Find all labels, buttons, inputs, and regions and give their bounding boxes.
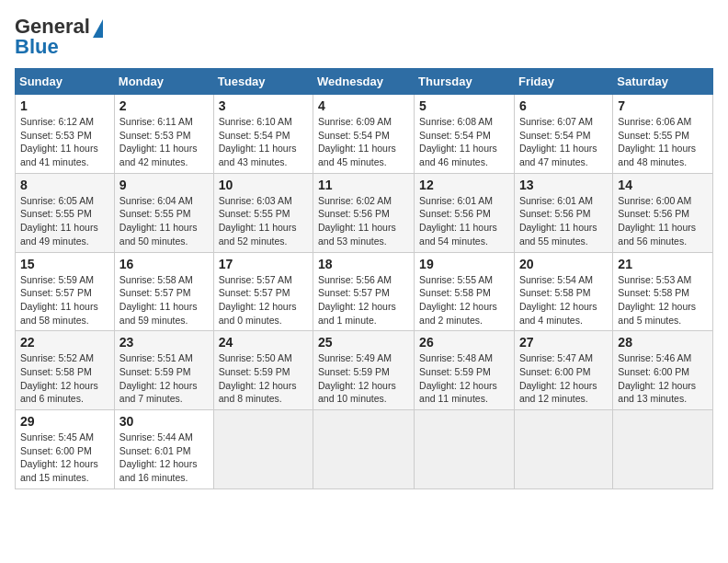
header-thursday: Thursday [415,69,515,95]
calendar-cell: 2Sunrise: 6:11 AMSunset: 5:53 PMDaylight… [114,95,213,174]
day-number: 19 [419,257,509,271]
day-info: Sunrise: 6:05 AMSunset: 5:55 PMDaylight:… [20,194,109,248]
calendar-cell: 3Sunrise: 6:10 AMSunset: 5:54 PMDaylight… [213,95,313,174]
calendar-cell: 25Sunrise: 5:49 AMSunset: 5:59 PMDayligh… [313,331,415,410]
day-info: Sunrise: 6:03 AMSunset: 5:55 PMDaylight:… [219,194,308,248]
calendar-cell [213,410,313,489]
calendar-table: SundayMondayTuesdayWednesdayThursdayFrid… [15,68,713,489]
calendar-cell: 16Sunrise: 5:58 AMSunset: 5:57 PMDayligh… [114,252,213,331]
header-monday: Monday [114,69,213,95]
day-info: Sunrise: 6:10 AMSunset: 5:54 PMDaylight:… [219,115,308,169]
calendar-cell: 14Sunrise: 6:00 AMSunset: 5:56 PMDayligh… [613,173,713,252]
header-tuesday: Tuesday [213,69,313,95]
calendar-cell [415,410,515,489]
calendar-cell: 10Sunrise: 6:03 AMSunset: 5:55 PMDayligh… [213,173,313,252]
calendar-cell: 24Sunrise: 5:50 AMSunset: 5:59 PMDayligh… [213,331,313,410]
header-wednesday: Wednesday [313,69,415,95]
day-info: Sunrise: 6:08 AMSunset: 5:54 PMDaylight:… [419,115,509,169]
day-number: 29 [20,414,109,429]
day-info: Sunrise: 6:12 AMSunset: 5:53 PMDaylight:… [20,115,109,169]
page-header: General Blue [15,15,713,59]
day-info: Sunrise: 5:47 AMSunset: 6:00 PMDaylight:… [519,351,608,406]
header-sunday: Sunday [16,69,115,95]
day-number: 5 [419,98,509,113]
calendar-cell: 4Sunrise: 6:09 AMSunset: 5:54 PMDaylight… [313,95,415,174]
calendar-cell: 15Sunrise: 5:59 AMSunset: 5:57 PMDayligh… [16,252,115,331]
day-info: Sunrise: 5:48 AMSunset: 5:59 PMDaylight:… [419,351,509,406]
logo-text-blue: Blue [15,35,59,59]
day-number: 18 [318,257,409,271]
day-info: Sunrise: 5:53 AMSunset: 5:58 PMDaylight:… [618,273,708,327]
calendar-cell: 11Sunrise: 6:02 AMSunset: 5:56 PMDayligh… [313,173,415,252]
calendar-week-5: 29Sunrise: 5:45 AMSunset: 6:00 PMDayligh… [16,410,713,489]
calendar-cell: 27Sunrise: 5:47 AMSunset: 6:00 PMDayligh… [514,331,612,410]
header-friday: Friday [514,69,612,95]
calendar-cell: 30Sunrise: 5:44 AMSunset: 6:01 PMDayligh… [114,410,213,489]
calendar-header-row: SundayMondayTuesdayWednesdayThursdayFrid… [16,69,713,95]
day-number: 2 [119,98,209,113]
calendar-cell: 22Sunrise: 5:52 AMSunset: 5:58 PMDayligh… [16,331,115,410]
day-number: 13 [519,178,608,192]
day-number: 3 [219,98,308,113]
calendar-week-1: 1Sunrise: 6:12 AMSunset: 5:53 PMDaylight… [16,95,713,174]
day-info: Sunrise: 6:07 AMSunset: 5:54 PMDaylight:… [519,115,608,169]
day-info: Sunrise: 5:54 AMSunset: 5:58 PMDaylight:… [519,273,608,327]
day-number: 11 [318,178,409,192]
calendar-cell: 21Sunrise: 5:53 AMSunset: 5:58 PMDayligh… [613,252,713,331]
day-number: 10 [219,178,308,192]
day-info: Sunrise: 5:57 AMSunset: 5:57 PMDaylight:… [219,273,308,327]
day-info: Sunrise: 5:51 AMSunset: 5:59 PMDaylight:… [119,351,209,406]
day-number: 24 [219,335,308,350]
day-info: Sunrise: 5:58 AMSunset: 5:57 PMDaylight:… [119,273,209,327]
calendar-cell: 1Sunrise: 6:12 AMSunset: 5:53 PMDaylight… [16,95,115,174]
day-info: Sunrise: 5:56 AMSunset: 5:57 PMDaylight:… [318,273,409,327]
calendar-cell: 26Sunrise: 5:48 AMSunset: 5:59 PMDayligh… [415,331,515,410]
calendar-cell: 29Sunrise: 5:45 AMSunset: 6:00 PMDayligh… [16,410,115,489]
day-number: 6 [519,98,608,113]
calendar-cell: 9Sunrise: 6:04 AMSunset: 5:55 PMDaylight… [114,173,213,252]
calendar-week-2: 8Sunrise: 6:05 AMSunset: 5:55 PMDaylight… [16,173,713,252]
day-info: Sunrise: 6:06 AMSunset: 5:55 PMDaylight:… [618,115,708,169]
calendar-cell [313,410,415,489]
day-number: 23 [119,335,209,350]
calendar-week-3: 15Sunrise: 5:59 AMSunset: 5:57 PMDayligh… [16,252,713,331]
calendar-cell: 20Sunrise: 5:54 AMSunset: 5:58 PMDayligh… [514,252,612,331]
calendar-cell: 19Sunrise: 5:55 AMSunset: 5:58 PMDayligh… [415,252,515,331]
day-number: 4 [318,98,409,113]
calendar-cell: 8Sunrise: 6:05 AMSunset: 5:55 PMDaylight… [16,173,115,252]
day-number: 30 [119,414,209,429]
day-number: 27 [519,335,608,350]
day-number: 14 [618,178,708,192]
day-info: Sunrise: 6:01 AMSunset: 5:56 PMDaylight:… [519,194,608,248]
calendar-cell [613,410,713,489]
day-info: Sunrise: 6:11 AMSunset: 5:53 PMDaylight:… [119,115,209,169]
day-info: Sunrise: 6:04 AMSunset: 5:55 PMDaylight:… [119,194,209,248]
logo-triangle-icon [93,19,103,38]
calendar-cell: 5Sunrise: 6:08 AMSunset: 5:54 PMDaylight… [415,95,515,174]
calendar-cell: 18Sunrise: 5:56 AMSunset: 5:57 PMDayligh… [313,252,415,331]
calendar-week-4: 22Sunrise: 5:52 AMSunset: 5:58 PMDayligh… [16,331,713,410]
day-number: 17 [219,257,308,271]
day-number: 16 [119,257,209,271]
day-info: Sunrise: 5:46 AMSunset: 6:00 PMDaylight:… [618,351,708,406]
header-saturday: Saturday [613,69,713,95]
day-info: Sunrise: 6:00 AMSunset: 5:56 PMDaylight:… [618,194,708,248]
calendar-cell: 7Sunrise: 6:06 AMSunset: 5:55 PMDaylight… [613,95,713,174]
day-number: 22 [20,335,109,350]
day-number: 7 [618,98,708,113]
calendar-cell: 12Sunrise: 6:01 AMSunset: 5:56 PMDayligh… [415,173,515,252]
day-number: 20 [519,257,608,271]
calendar-cell [514,410,612,489]
day-number: 15 [20,257,109,271]
day-info: Sunrise: 6:01 AMSunset: 5:56 PMDaylight:… [419,194,509,248]
day-info: Sunrise: 6:02 AMSunset: 5:56 PMDaylight:… [318,194,409,248]
day-number: 12 [419,178,509,192]
day-number: 26 [419,335,509,350]
calendar-cell: 13Sunrise: 6:01 AMSunset: 5:56 PMDayligh… [514,173,612,252]
day-info: Sunrise: 5:50 AMSunset: 5:59 PMDaylight:… [219,351,308,406]
day-info: Sunrise: 5:52 AMSunset: 5:58 PMDaylight:… [20,351,109,406]
day-info: Sunrise: 5:59 AMSunset: 5:57 PMDaylight:… [20,273,109,327]
logo: General Blue [15,15,103,59]
day-number: 21 [618,257,708,271]
day-info: Sunrise: 6:09 AMSunset: 5:54 PMDaylight:… [318,115,409,169]
